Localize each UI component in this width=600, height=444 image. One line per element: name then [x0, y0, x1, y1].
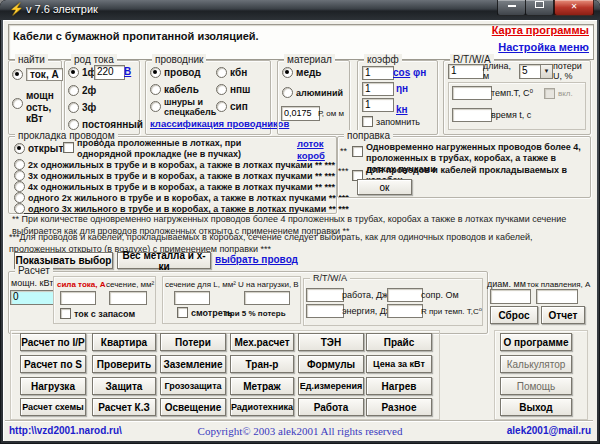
grid-button-r3c1[interactable]: Нагрузка	[20, 377, 86, 395]
grid-button-r3c3[interactable]: Грозозащита	[160, 377, 226, 395]
temperature-input[interactable]	[452, 86, 492, 100]
radio-find-current[interactable]: ток, А	[12, 68, 63, 81]
time-input[interactable]	[452, 108, 492, 122]
radio-dot	[14, 143, 25, 154]
reserve-checkbox[interactable]: ток с запасом	[60, 308, 135, 319]
radio-dc[interactable]: постоянный	[68, 119, 143, 130]
coeff-eta-input[interactable]: 1	[362, 82, 394, 96]
coeff-k-input[interactable]: 1	[362, 98, 394, 112]
radio-phase2[interactable]: 2ф	[68, 85, 96, 96]
menu-settings-link[interactable]: Настройка меню	[498, 41, 589, 53]
metal-weight-button[interactable]: Вес металла и х-ки	[117, 252, 211, 269]
work-input[interactable]	[306, 288, 344, 302]
section-result-input[interactable]	[109, 291, 147, 305]
radio-phase3[interactable]: 3ф	[68, 102, 96, 113]
grid-button-r2c4[interactable]: Тран-р	[230, 355, 294, 373]
maximize-button[interactable]	[525, 0, 554, 16]
title-bar[interactable]: ⚡ v 7.6 электрик ✕	[0, 0, 600, 20]
section-l-input[interactable]	[174, 291, 210, 305]
radio-laying-2x[interactable]: 2х одножильных в трубе и в коробах, а та…	[14, 159, 335, 170]
grid-button-r4c3[interactable]: Освещение	[160, 398, 226, 416]
chevron-down-icon[interactable]: ▼	[540, 65, 552, 78]
grid-button-r1c5[interactable]: ТЭН	[298, 333, 364, 351]
loss-dropdown-value: 5	[522, 65, 528, 76]
radio-find-power[interactable]: мощность, кВт	[12, 90, 56, 125]
correction-ok-button[interactable]: ок	[357, 179, 412, 195]
radio-laying-3x[interactable]: 3х одножильных в трубе и в коробах, а та…	[14, 170, 335, 181]
grid-button-r2c5[interactable]: Формулы	[298, 355, 364, 373]
choose-wire-link[interactable]: выбрать провод	[215, 254, 298, 265]
radio-laying-one-2core[interactable]: одного 2х жильного в трубе и в коробах, …	[14, 192, 349, 203]
remember-label: запомнить	[376, 117, 420, 127]
grid-button-r4c4[interactable]: Радиотехника	[230, 398, 294, 416]
k-link[interactable]: kн	[396, 104, 408, 115]
grid-button-r3c5[interactable]: Ед.измерения	[298, 377, 364, 395]
radio-laying-one-2core-label: одного 2х жильного в трубе и в коробах, …	[28, 193, 349, 203]
radio-laying-4x[interactable]: 4х одножильных в трубе и в коробах, а та…	[14, 181, 335, 192]
radio-cords[interactable]: шнуры и спецкабель	[150, 97, 222, 118]
radio-npsh-label: нпш	[230, 84, 250, 95]
remember-checkbox[interactable]: запомнить	[362, 116, 420, 127]
help-button[interactable]: Помощь	[500, 377, 572, 395]
radio-wire[interactable]: провод	[150, 67, 201, 78]
power-input[interactable]: 0	[10, 290, 54, 305]
current-result-input[interactable]	[60, 291, 96, 305]
grid-button-r2c1[interactable]: Расчет по S	[20, 355, 86, 373]
grid-button-r2c2[interactable]: Проверить	[92, 355, 156, 373]
grid-button-r4c5[interactable]: Работа	[298, 398, 364, 416]
melting-input[interactable]	[536, 289, 578, 304]
tray-link[interactable]: лоток	[297, 138, 324, 149]
energy-input[interactable]	[306, 304, 344, 318]
correction-prefix-1: **	[340, 146, 347, 156]
grid-button-r3c4[interactable]: Метраж	[230, 377, 294, 395]
radio-laying-open[interactable]: открыто	[14, 143, 69, 154]
radio-kbn[interactable]: кбн	[216, 67, 247, 78]
grid-button-r3c2[interactable]: Защита	[92, 377, 156, 395]
grid-button-r1c6[interactable]: Прайс	[366, 333, 432, 351]
coeff-cos-input[interactable]: 1	[362, 66, 394, 80]
radio-copper[interactable]: медь	[282, 67, 321, 78]
r-temp-input[interactable]	[387, 304, 423, 318]
lightning-app-icon: ⚡	[9, 2, 24, 16]
calculator-button[interactable]: Калькулятор	[500, 355, 572, 373]
radio-phase1[interactable]: 1ф	[68, 67, 96, 78]
minimize-button[interactable]	[497, 0, 526, 16]
cos-link[interactable]: cos	[393, 67, 410, 78]
grid-button-r1c3[interactable]: Потери	[160, 333, 226, 351]
close-button[interactable]: ✕	[554, 0, 594, 16]
grid-button-r2c3[interactable]: Заземление	[160, 355, 226, 373]
grid-button-r4c6[interactable]: Разное	[366, 398, 432, 416]
reset-button[interactable]: Сброс	[490, 306, 538, 324]
voltage-load-input[interactable]	[244, 291, 290, 305]
voltage-input[interactable]: 220	[94, 65, 125, 80]
grid-button-r4c2[interactable]: Расчет К.З	[92, 398, 156, 416]
grid-button-r1c4[interactable]: Мех.расчет	[230, 333, 294, 351]
about-button[interactable]: О программе	[500, 333, 572, 351]
radio-aluminum[interactable]: алюминий	[282, 87, 343, 98]
resistance-input[interactable]	[387, 288, 423, 302]
grid-button-r1c2[interactable]: Квартира	[92, 333, 156, 351]
exit-button[interactable]: Выход	[500, 398, 572, 416]
grid-button-r1c1[interactable]: Расчет по I/Р	[20, 333, 86, 351]
radio-sip[interactable]: сип	[216, 101, 248, 112]
radio-cable[interactable]: кабель	[150, 84, 199, 95]
program-map-link[interactable]: Карта программы	[492, 24, 589, 36]
conductor-classification-link[interactable]: классификация проводников	[150, 118, 289, 129]
temperature-label: темп.Т, С⁰	[491, 88, 533, 98]
resistivity-input[interactable]: 0,0175	[281, 106, 320, 121]
grid-button-r4c1[interactable]: Расчет схемы	[20, 398, 86, 416]
status-email-link[interactable]: alek2001@mail.ru	[507, 425, 591, 436]
radio-dot	[68, 119, 79, 130]
report-button[interactable]: Отчет	[541, 306, 585, 324]
loss-dropdown[interactable]: 5 ▼	[519, 64, 553, 79]
grid-button-r3c6[interactable]: Нагрев	[366, 377, 432, 395]
group-calc-caption: Расчет	[15, 265, 53, 276]
grid-button-r2c6[interactable]: Цена за кВт	[366, 355, 432, 373]
radio-npsh[interactable]: нпш	[216, 84, 250, 95]
group-material-caption: материал	[284, 54, 335, 65]
length-input[interactable]: 1	[448, 64, 484, 79]
voltage-unit-link[interactable]: В	[124, 66, 131, 77]
tray-note-checkbox[interactable]: провода проложенные в лотках, при одноря…	[63, 138, 287, 160]
radio-copper-label: медь	[296, 67, 321, 78]
diameter-input[interactable]	[490, 289, 531, 304]
